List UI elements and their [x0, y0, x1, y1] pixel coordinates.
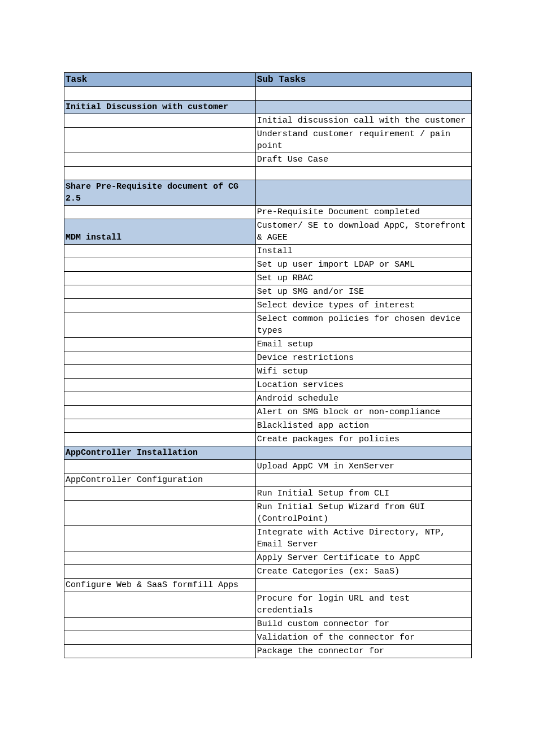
task-table: TaskSub Tasks Initial Discussion with cu… [64, 72, 472, 658]
sub-task-cell: Pre-Requisite Document completed [255, 206, 471, 219]
sub-task-cell: Build custom connector for [255, 618, 471, 631]
empty-task-cell [64, 631, 256, 645]
spacer-cell [64, 167, 256, 180]
sub-task-cell: Device restrictions [255, 351, 471, 365]
table-row: Create Categories (ex: SaaS) [64, 565, 472, 579]
sub-task-cell [255, 180, 471, 206]
empty-task-cell [64, 433, 256, 446]
empty-task-cell [64, 285, 256, 299]
empty-task-cell [64, 245, 256, 258]
empty-task-cell [64, 258, 256, 272]
empty-task-cell [64, 312, 256, 338]
table-row: Run Initial Setup from CLI [64, 487, 472, 501]
sub-task-cell: Blacklisted app action [255, 419, 471, 433]
table-row: Draft Use Case [64, 153, 472, 167]
table-row: Initial Discussion with customer [64, 101, 472, 114]
sub-task-cell: Email setup [255, 338, 471, 351]
sub-task-cell: Create packages for policies [255, 433, 471, 446]
table-row: Upload AppC VM in XenServer [64, 460, 472, 473]
table-row: Android schedule [64, 392, 472, 406]
sub-task-cell: Integrate with Active Directory, NTP, Em… [255, 526, 471, 551]
empty-task-cell [64, 379, 256, 392]
empty-task-cell [64, 272, 256, 285]
sub-task-cell: Validation of the connector for [255, 631, 471, 645]
sub-task-cell: Draft Use Case [255, 153, 471, 167]
table-row: AppController Configuration [64, 473, 472, 487]
table-row: Set up user import LDAP or SAML [64, 258, 472, 272]
empty-task-cell [64, 645, 256, 658]
empty-task-cell [64, 487, 256, 501]
empty-task-cell [64, 365, 256, 379]
sub-task-cell: Package the connector for [255, 645, 471, 658]
table-row: Apply Server Certificate to AppC [64, 551, 472, 565]
empty-task-cell [64, 392, 256, 406]
sub-task-cell: Procure for login URL and test credentia… [255, 592, 471, 618]
table-row: Understand customer requirement / pain p… [64, 128, 472, 153]
table-row: Run Initial Setup Wizard from GUI (Contr… [64, 501, 472, 526]
sub-task-cell: Set up SMG and/or ISE [255, 285, 471, 299]
spacer-cell [255, 167, 471, 180]
table-row: Wifi setup [64, 365, 472, 379]
empty-task-cell [64, 128, 256, 153]
sub-task-cell: Set up RBAC [255, 272, 471, 285]
sub-task-cell: Upload AppC VM in XenServer [255, 460, 471, 473]
task-cell: AppController Configuration [64, 473, 256, 487]
sub-task-cell: Initial discussion call with the custome… [255, 114, 471, 128]
sub-task-cell: Location services [255, 379, 471, 392]
empty-task-cell [64, 526, 256, 551]
empty-task-cell [64, 406, 256, 419]
empty-task-cell [64, 153, 256, 167]
empty-task-cell [64, 592, 256, 618]
table-row: Initial discussion call with the custome… [64, 114, 472, 128]
sub-task-cell: Wifi setup [255, 365, 471, 379]
table-row [64, 167, 472, 180]
sub-task-cell: Install [255, 245, 471, 258]
sub-task-cell: Set up user import LDAP or SAML [255, 258, 471, 272]
empty-task-cell [64, 206, 256, 219]
table-row: Integrate with Active Directory, NTP, Em… [64, 526, 472, 551]
empty-task-cell [64, 351, 256, 365]
table-row [64, 87, 472, 101]
table-row: Share Pre-Requisite document of CG 2.5 [64, 180, 472, 206]
sub-task-cell: Select device types of interest [255, 299, 471, 312]
empty-task-cell [64, 419, 256, 433]
empty-task-cell [64, 460, 256, 473]
header-sub: Sub Tasks [255, 73, 471, 87]
table-row: MDM installCustomer/ SE to download AppC… [64, 219, 472, 245]
empty-task-cell [64, 501, 256, 526]
sub-task-cell [255, 446, 471, 460]
empty-task-cell [64, 551, 256, 565]
table-row: Set up RBAC [64, 272, 472, 285]
table-row: AppController Installation [64, 446, 472, 460]
spacer-cell [255, 87, 471, 101]
table-header-row: TaskSub Tasks [64, 73, 472, 87]
sub-task-cell: Android schedule [255, 392, 471, 406]
section-task-cell: Initial Discussion with customer [64, 101, 256, 114]
empty-task-cell [64, 618, 256, 631]
document-page: TaskSub Tasks Initial Discussion with cu… [0, 0, 534, 658]
sub-task-cell: Select common policies for chosen device… [255, 312, 471, 338]
task-cell: Configure Web & SaaS formfill Apps [64, 579, 256, 592]
table-row: Device restrictions [64, 351, 472, 365]
spacer-cell [64, 87, 256, 101]
sub-task-cell: Run Initial Setup Wizard from GUI (Contr… [255, 501, 471, 526]
table-row: Location services [64, 379, 472, 392]
sub-task-cell [255, 579, 471, 592]
table-row: Configure Web & SaaS formfill Apps [64, 579, 472, 592]
section-task-cell: MDM install [64, 219, 256, 245]
sub-task-cell: Customer/ SE to download AppC, Storefron… [255, 219, 471, 245]
header-task: Task [64, 73, 256, 87]
sub-task-cell: Alert on SMG block or non-compliance [255, 406, 471, 419]
table-row: Email setup [64, 338, 472, 351]
table-row: Blacklisted app action [64, 419, 472, 433]
table-row: Install [64, 245, 472, 258]
sub-task-cell: Create Categories (ex: SaaS) [255, 565, 471, 579]
sub-task-cell: Apply Server Certificate to AppC [255, 551, 471, 565]
sub-task-cell [255, 473, 471, 487]
table-row: Select device types of interest [64, 299, 472, 312]
table-row: Procure for login URL and test credentia… [64, 592, 472, 618]
sub-task-cell [255, 101, 471, 114]
empty-task-cell [64, 299, 256, 312]
empty-task-cell [64, 114, 256, 128]
table-row: Pre-Requisite Document completed [64, 206, 472, 219]
